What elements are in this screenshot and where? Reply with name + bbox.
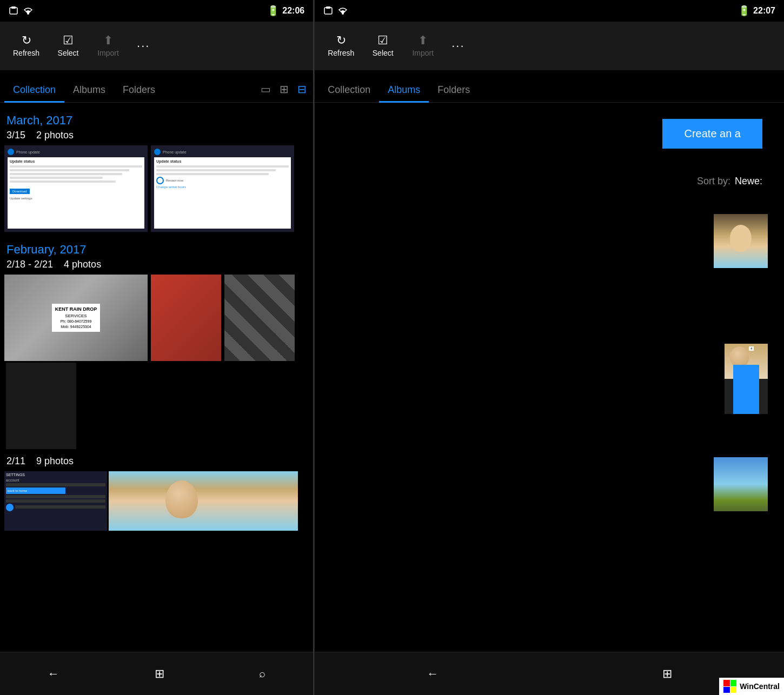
album-row-3 (325, 457, 773, 511)
wc-square-blue (723, 687, 730, 693)
tab-folders-left[interactable]: Folders (114, 79, 164, 103)
time-right: 22:07 (753, 6, 775, 16)
status-icons-left (9, 6, 34, 16)
tabs-left: Collection Albums Folders ▭ ⊞ ⊟ (0, 70, 313, 103)
search-icon-left: ⌕ (259, 667, 265, 680)
album-row-2: 4 (325, 344, 773, 414)
sort-by-label: Sort by: (697, 176, 730, 187)
import-button-left[interactable]: ⬆ Import (89, 30, 127, 62)
import-button-right[interactable]: ⬆ Import (404, 30, 442, 62)
collection-content-left: March, 2017 3/15 2 photos Phone update U… (0, 103, 313, 652)
battery-icon-right: 🔋 (738, 5, 750, 17)
wincentral-squares (723, 680, 736, 693)
wifi-icon (23, 6, 34, 16)
tabs-right: Collection Albums Folders (315, 70, 784, 103)
month-march: March, 2017 (4, 113, 309, 128)
photo-thumb[interactable] (224, 275, 295, 361)
grid-view-icon[interactable]: ⊞ (277, 81, 291, 98)
wc-square-green (730, 680, 737, 686)
more-icon-left: ··· (137, 39, 150, 53)
toolbar-left: ↻ Refresh ☑ Select ⬆ Import ··· (0, 22, 313, 70)
import-icon-left: ⬆ (103, 35, 113, 46)
day-211: 2/11 9 photos (4, 456, 309, 467)
svg-point-5 (342, 12, 344, 15)
dense-grid-icon[interactable]: ⊟ (295, 81, 309, 98)
wc-square-red (723, 680, 730, 686)
wincentral-text: WinCentral (740, 682, 780, 691)
day-315: 3/15 2 photos (4, 130, 309, 141)
refresh-button-left[interactable]: ↻ Refresh (5, 30, 47, 62)
sim-icon (9, 6, 18, 16)
home-button-left[interactable]: ⊞ (144, 661, 175, 686)
bottom-nav-left: ← ⊞ ⌕ (0, 652, 313, 695)
day-218: 2/18 - 2/21 4 photos (4, 259, 309, 270)
status-bar-left: 🔋 22:06 (0, 0, 313, 22)
refresh-icon-left: ↻ (22, 35, 31, 46)
home-icon-left: ⊞ (155, 667, 164, 681)
select-icon-right: ☑ (377, 35, 388, 46)
month-february: February, 2017 (4, 243, 309, 257)
back-icon-left: ← (48, 667, 59, 681)
status-time-right: 🔋 22:07 (738, 5, 775, 17)
photo-thumb[interactable]: KENT RAIN DROP SERVICES Ph: 080-64072599… (4, 275, 148, 361)
battery-icon-left: 🔋 (267, 5, 279, 17)
album-thumb-3[interactable] (714, 457, 768, 511)
photo-thumb[interactable] (109, 471, 298, 531)
status-icons-right (323, 6, 348, 16)
photo-thumb[interactable]: Phone update Update status Download Upda… (4, 145, 148, 232)
sim-icon-right (323, 6, 333, 16)
tab-albums-left[interactable]: Albums (64, 79, 114, 103)
import-icon-right: ⬆ (418, 35, 428, 46)
wc-square-yellow (730, 687, 737, 693)
home-button-right[interactable]: ⊞ (652, 661, 683, 686)
refresh-button-right[interactable]: ↻ Refresh (320, 30, 362, 62)
status-bar-right: 🔋 22:07 (315, 0, 784, 22)
wifi-icon-right (337, 6, 348, 16)
tab-collection-left[interactable]: Collection (4, 79, 64, 103)
left-panel: 🔋 22:06 ↻ Refresh ☑ Select ⬆ Import ··· … (0, 0, 313, 695)
album-row-1 (325, 214, 773, 268)
feb-photo-grid-1: KENT RAIN DROP SERVICES Ph: 080-64072599… (4, 275, 309, 449)
album-thumb-2[interactable]: 4 (725, 344, 768, 414)
status-time-left: 🔋 22:06 (267, 5, 304, 17)
create-album-button[interactable]: Create an a (662, 119, 762, 149)
create-album-row: Create an a (325, 119, 773, 165)
select-button-left[interactable]: ☑ Select (49, 30, 87, 62)
tab-folders-right[interactable]: Folders (429, 79, 479, 103)
sort-row: Sort by: Newe: (325, 176, 773, 203)
select-icon-left: ☑ (63, 35, 74, 46)
march-photo-grid: Phone update Update status Download Upda… (4, 145, 309, 232)
bottom-nav-right: ← ⊞ WinCentral (315, 652, 784, 695)
wincentral-logo: WinCentral (719, 678, 784, 695)
sort-value: Newe: (735, 176, 762, 187)
single-view-icon[interactable]: ▭ (258, 81, 273, 98)
svg-rect-4 (326, 6, 330, 9)
photo-thumb[interactable] (6, 363, 76, 449)
more-button-left[interactable]: ··· (129, 35, 157, 57)
back-button-left[interactable]: ← (37, 661, 70, 686)
select-button-right[interactable]: ☑ Select (364, 30, 402, 62)
sort-bar: Sort by: Newe: (697, 176, 762, 187)
back-button-right[interactable]: ← (416, 661, 449, 686)
more-button-right[interactable]: ··· (444, 35, 472, 57)
feb-photo-grid-2: SETTINGS account back to home (4, 471, 309, 531)
photo-thumb[interactable]: SETTINGS account back to home (4, 471, 107, 531)
refresh-icon-right: ↻ (336, 35, 346, 46)
album-thumb-1[interactable] (714, 214, 768, 268)
view-toggle-left: ▭ ⊞ ⊟ (258, 81, 309, 102)
photo-thumb[interactable]: Phone update Update status Restart now C… (151, 145, 294, 232)
albums-content: Create an a Sort by: Newe: 4 (315, 103, 784, 652)
search-button-left[interactable]: ⌕ (248, 662, 276, 685)
svg-rect-1 (11, 6, 16, 9)
photo-thumb[interactable] (151, 275, 221, 361)
tab-collection-right[interactable]: Collection (319, 79, 379, 103)
more-icon-right: ··· (451, 39, 464, 53)
home-icon-right: ⊞ (662, 667, 672, 681)
back-icon-right: ← (427, 667, 438, 681)
right-panel: 🔋 22:07 ↻ Refresh ☑ Select ⬆ Import ··· … (314, 0, 784, 695)
time-left: 22:06 (282, 6, 304, 16)
toolbar-right: ↻ Refresh ☑ Select ⬆ Import ··· (315, 22, 784, 70)
svg-point-2 (27, 12, 29, 15)
tab-albums-right[interactable]: Albums (379, 79, 429, 103)
